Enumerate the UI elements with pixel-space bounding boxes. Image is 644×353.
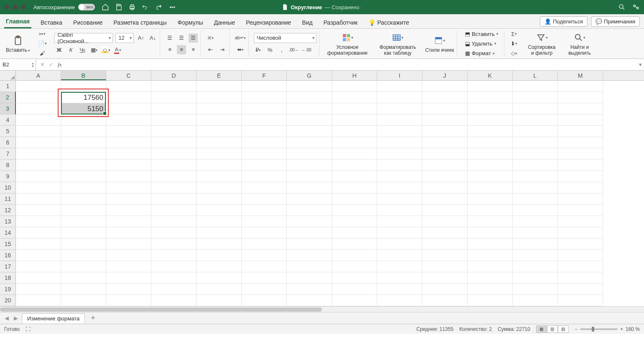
cell-H6[interactable] bbox=[332, 137, 377, 148]
cell-A15[interactable] bbox=[16, 239, 61, 250]
cell-I4[interactable] bbox=[377, 114, 422, 126]
tab-data[interactable]: Данные bbox=[212, 16, 237, 28]
cell-E7[interactable] bbox=[197, 148, 242, 160]
cell-F19[interactable] bbox=[242, 284, 287, 295]
autosave-toggle[interactable]: ВКЛ. bbox=[78, 4, 95, 10]
cell-J10[interactable] bbox=[422, 182, 468, 193]
cell-G6[interactable] bbox=[287, 137, 332, 148]
zoom-in-icon[interactable]: + bbox=[620, 326, 623, 332]
fx-icon[interactable]: fx bbox=[58, 61, 64, 68]
cell-H1[interactable] bbox=[332, 81, 377, 92]
cell-G20[interactable] bbox=[287, 295, 332, 306]
cell-L2[interactable] bbox=[513, 92, 558, 103]
cell-M12[interactable] bbox=[558, 205, 603, 216]
cell-B19[interactable] bbox=[61, 284, 106, 295]
cell-C19[interactable] bbox=[106, 284, 151, 295]
cell-B2[interactable]: 17560 bbox=[61, 92, 106, 103]
cancel-formula-icon[interactable]: ✕ bbox=[40, 61, 45, 68]
cell-I8[interactable] bbox=[377, 160, 422, 171]
font-color-icon[interactable]: A bbox=[113, 46, 122, 55]
cell-I11[interactable] bbox=[377, 193, 422, 205]
cell-D16[interactable] bbox=[151, 250, 197, 261]
cell-D17[interactable] bbox=[151, 261, 197, 272]
col-header-L[interactable]: L bbox=[513, 71, 558, 80]
cell-C4[interactable] bbox=[106, 114, 151, 126]
autosum-icon[interactable]: Σ bbox=[509, 30, 519, 38]
cell-G15[interactable] bbox=[287, 239, 332, 250]
cell-M6[interactable] bbox=[558, 137, 603, 148]
cell-J12[interactable] bbox=[422, 205, 468, 216]
row-header-18[interactable]: 18 bbox=[0, 272, 16, 284]
merge-icon[interactable]: ⬌ bbox=[235, 45, 245, 54]
cell-G19[interactable] bbox=[287, 284, 332, 295]
cell-D11[interactable] bbox=[151, 193, 197, 205]
row-header-16[interactable]: 16 bbox=[0, 250, 16, 261]
tab-view[interactable]: Вид bbox=[300, 16, 314, 28]
cell-D15[interactable] bbox=[151, 239, 197, 250]
cell-H3[interactable] bbox=[332, 103, 377, 114]
add-sheet-button[interactable]: + bbox=[87, 314, 99, 323]
cell-F15[interactable] bbox=[242, 239, 287, 250]
align-bottom-icon[interactable]: ☰ bbox=[189, 33, 198, 43]
cell-E20[interactable] bbox=[197, 295, 242, 306]
row-header-14[interactable]: 14 bbox=[0, 227, 16, 239]
cell-C10[interactable] bbox=[106, 182, 151, 193]
underline-button[interactable]: Ч bbox=[78, 46, 87, 55]
cell-H12[interactable] bbox=[332, 205, 377, 216]
cell-B17[interactable] bbox=[61, 261, 106, 272]
wrap-text-icon[interactable]: ab↵ bbox=[235, 33, 245, 43]
cell-H2[interactable] bbox=[332, 92, 377, 103]
number-format-select[interactable]: Числовой bbox=[254, 33, 317, 43]
row-header-6[interactable]: 6 bbox=[0, 137, 16, 148]
cell-E3[interactable] bbox=[197, 103, 242, 114]
cell-K5[interactable] bbox=[468, 126, 513, 137]
comments-button[interactable]: 💬 Примечания bbox=[591, 16, 640, 27]
cell-E10[interactable] bbox=[197, 182, 242, 193]
cell-G12[interactable] bbox=[287, 205, 332, 216]
cell-H19[interactable] bbox=[332, 284, 377, 295]
cell-K1[interactable] bbox=[468, 81, 513, 92]
formula-input[interactable] bbox=[64, 59, 636, 70]
view-normal-icon[interactable]: ▦ bbox=[536, 325, 547, 333]
cell-L8[interactable] bbox=[513, 160, 558, 171]
cell-E5[interactable] bbox=[197, 126, 242, 137]
cell-E14[interactable] bbox=[197, 227, 242, 239]
cell-D8[interactable] bbox=[151, 160, 197, 171]
cell-C2[interactable] bbox=[106, 92, 151, 103]
cell-J7[interactable] bbox=[422, 148, 468, 160]
cell-K19[interactable] bbox=[468, 284, 513, 295]
cell-F16[interactable] bbox=[242, 250, 287, 261]
cell-M1[interactable] bbox=[558, 81, 603, 92]
cell-H13[interactable] bbox=[332, 216, 377, 227]
align-top-icon[interactable]: ☰ bbox=[165, 33, 174, 43]
row-header-7[interactable]: 7 bbox=[0, 148, 16, 160]
border-icon[interactable]: ▦ bbox=[89, 46, 99, 55]
cell-K4[interactable] bbox=[468, 114, 513, 126]
horizontal-scrollbar[interactable] bbox=[0, 306, 644, 312]
cell-G4[interactable] bbox=[287, 114, 332, 126]
align-middle-icon[interactable]: ☰ bbox=[177, 33, 186, 43]
format-cells-button[interactable]: ▦Формат bbox=[462, 50, 501, 57]
row-header-3[interactable]: 3 bbox=[0, 103, 16, 114]
row-header-13[interactable]: 13 bbox=[0, 216, 16, 227]
cell-E1[interactable] bbox=[197, 81, 242, 92]
cell-L18[interactable] bbox=[513, 272, 558, 284]
row-header-4[interactable]: 4 bbox=[0, 114, 16, 126]
cell-L9[interactable] bbox=[513, 171, 558, 182]
cell-B4[interactable] bbox=[61, 114, 106, 126]
cell-I16[interactable] bbox=[377, 250, 422, 261]
cell-K3[interactable] bbox=[468, 103, 513, 114]
cell-K6[interactable] bbox=[468, 137, 513, 148]
zoom-out-icon[interactable]: − bbox=[575, 326, 578, 332]
col-header-F[interactable]: F bbox=[242, 71, 287, 80]
dec-decimal-icon[interactable]: ←.00 bbox=[302, 46, 312, 55]
cell-K13[interactable] bbox=[468, 216, 513, 227]
cell-C12[interactable] bbox=[106, 205, 151, 216]
cell-A20[interactable] bbox=[16, 295, 61, 306]
cell-L20[interactable] bbox=[513, 295, 558, 306]
cell-K7[interactable] bbox=[468, 148, 513, 160]
cell-G1[interactable] bbox=[287, 81, 332, 92]
cell-L5[interactable] bbox=[513, 126, 558, 137]
cell-B18[interactable] bbox=[61, 272, 106, 284]
cell-K9[interactable] bbox=[468, 171, 513, 182]
